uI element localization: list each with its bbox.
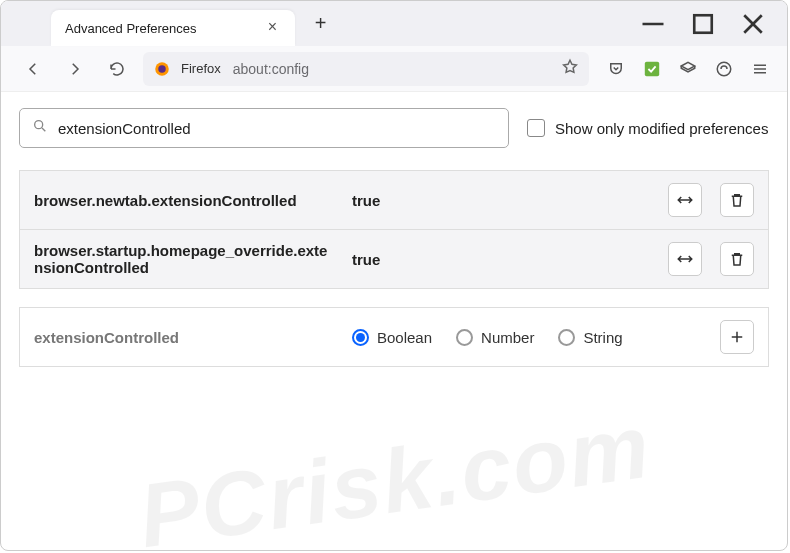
pref-search-input[interactable] bbox=[58, 120, 496, 137]
forward-button[interactable] bbox=[59, 53, 91, 85]
new-tab-button[interactable]: + bbox=[307, 10, 335, 38]
svg-point-5 bbox=[158, 65, 166, 73]
delete-button[interactable] bbox=[720, 242, 754, 276]
search-icon bbox=[32, 118, 48, 138]
navbar: Firefox about:config bbox=[1, 46, 787, 92]
firefox-icon bbox=[153, 60, 171, 78]
address-bar[interactable]: Firefox about:config bbox=[143, 52, 589, 86]
minimize-button[interactable] bbox=[639, 10, 667, 38]
browser-window: Advanced Preferences × + Firefox about:c… bbox=[0, 0, 788, 551]
bookmark-star-icon[interactable] bbox=[561, 58, 579, 80]
address-url: about:config bbox=[233, 61, 309, 77]
svg-rect-1 bbox=[694, 15, 712, 33]
svg-line-12 bbox=[42, 128, 45, 131]
pref-name: browser.newtab.extensionControlled bbox=[34, 192, 334, 209]
add-button[interactable] bbox=[720, 320, 754, 354]
pref-name: browser.startup.homepage_override.extens… bbox=[34, 242, 334, 276]
pref-row: browser.newtab.extensionControlled true bbox=[20, 171, 768, 230]
reload-button[interactable] bbox=[101, 53, 133, 85]
toggle-button[interactable] bbox=[668, 242, 702, 276]
menu-icon[interactable] bbox=[749, 58, 771, 80]
add-pref-section: extensionControlled Boolean Number Strin… bbox=[19, 307, 769, 367]
pref-row: browser.startup.homepage_override.extens… bbox=[20, 230, 768, 288]
notifications-icon[interactable] bbox=[677, 58, 699, 80]
pref-search-box[interactable] bbox=[19, 108, 509, 148]
window-close-button[interactable] bbox=[739, 10, 767, 38]
content-area: Show only modified preferences browser.n… bbox=[1, 92, 787, 383]
type-radios: Boolean Number String bbox=[352, 329, 702, 346]
window-controls bbox=[639, 10, 787, 38]
radio-string[interactable]: String bbox=[558, 329, 622, 346]
tab-title: Advanced Preferences bbox=[65, 21, 197, 36]
titlebar: Advanced Preferences × + bbox=[1, 1, 787, 46]
results-list: browser.newtab.extensionControlled true … bbox=[19, 170, 769, 289]
search-row: Show only modified preferences bbox=[19, 108, 769, 148]
close-icon[interactable]: × bbox=[265, 20, 281, 36]
radio-boolean[interactable]: Boolean bbox=[352, 329, 432, 346]
radio-label: String bbox=[583, 329, 622, 346]
radio-label: Number bbox=[481, 329, 534, 346]
browser-tab[interactable]: Advanced Preferences × bbox=[51, 10, 295, 46]
account-icon[interactable] bbox=[713, 58, 735, 80]
address-brand: Firefox bbox=[181, 61, 221, 76]
maximize-button[interactable] bbox=[689, 10, 717, 38]
svg-point-7 bbox=[717, 62, 731, 76]
toolbar-icons bbox=[599, 58, 771, 80]
show-modified-checkbox[interactable]: Show only modified preferences bbox=[527, 119, 768, 137]
radio-label: Boolean bbox=[377, 329, 432, 346]
new-pref-name: extensionControlled bbox=[34, 329, 334, 346]
back-button[interactable] bbox=[17, 53, 49, 85]
svg-point-11 bbox=[35, 121, 43, 129]
pref-value: true bbox=[352, 251, 650, 268]
add-pref-row: extensionControlled Boolean Number Strin… bbox=[20, 308, 768, 366]
checkbox-label: Show only modified preferences bbox=[555, 120, 768, 137]
pocket-icon[interactable] bbox=[605, 58, 627, 80]
svg-rect-6 bbox=[645, 61, 659, 75]
pref-value: true bbox=[352, 192, 650, 209]
delete-button[interactable] bbox=[720, 183, 754, 217]
checkbox-icon bbox=[527, 119, 545, 137]
toggle-button[interactable] bbox=[668, 183, 702, 217]
extension-icon[interactable] bbox=[641, 58, 663, 80]
radio-number[interactable]: Number bbox=[456, 329, 534, 346]
